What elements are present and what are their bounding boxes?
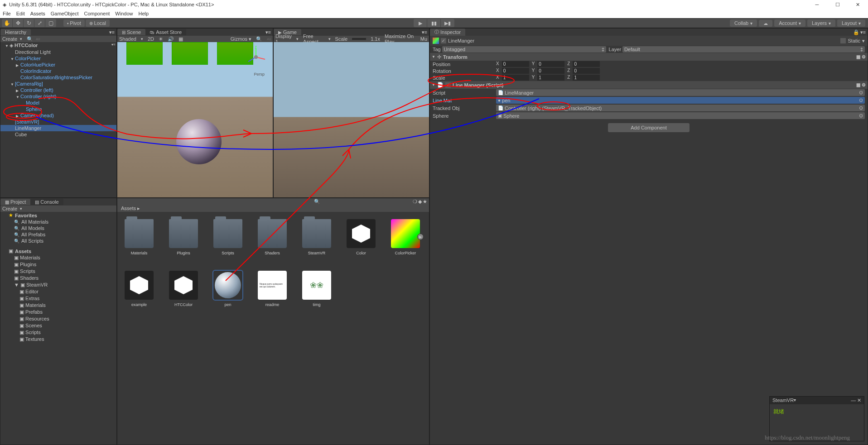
scale-slider[interactable] — [352, 38, 366, 40]
search-icon[interactable]: 🔍 — [314, 199, 320, 205]
folder-item[interactable]: ▣ Textures — [0, 336, 116, 343]
asset-item[interactable]: Shaders — [258, 219, 287, 255]
audio-icon[interactable]: 🔊 — [168, 36, 174, 42]
tab-project[interactable]: ▩ Project — [0, 199, 30, 205]
asset-item[interactable]: ❀❀timg — [302, 271, 331, 307]
game-viewport[interactable] — [274, 42, 429, 197]
asset-item[interactable]: Scripts — [213, 219, 242, 255]
scl-x[interactable] — [502, 75, 529, 81]
hierarchy-item[interactable]: ColorSaturationBrightnessPicker — [0, 74, 116, 81]
folder-item[interactable]: ▣ Materials — [0, 302, 116, 309]
pos-y[interactable] — [537, 61, 564, 67]
orientation-gizmo[interactable]: y — [245, 46, 267, 68]
shading-mode[interactable]: Shaded — [119, 36, 136, 42]
asset-item[interactable]: SteamVR — [302, 219, 331, 255]
hierarchy-item[interactable]: [SteamVR] — [0, 119, 116, 125]
transform-component[interactable]: ▼⊹ Transform ▩ ⚙ — [430, 53, 868, 61]
hierarchy-item[interactable]: Directional Light — [0, 49, 116, 55]
scene-viewport[interactable]: y Persp — [117, 42, 273, 197]
folder-item[interactable]: ▣ Extras — [0, 295, 116, 302]
rot-y[interactable] — [537, 68, 564, 74]
maximize-button[interactable]: ☐ — [827, 0, 848, 9]
menu-help[interactable]: Help — [138, 11, 149, 16]
layer-dropdown[interactable]: Default‡ — [622, 46, 865, 53]
favorites-header[interactable]: ★Favorites — [0, 212, 116, 219]
tab-scene[interactable]: ⊞ Scene — [117, 29, 145, 35]
linemat-field[interactable]: ●pen⊙ — [496, 97, 865, 104]
sphere-field[interactable]: ▣Sphere⊙ — [496, 112, 865, 119]
minimize-icon[interactable]: — — [851, 397, 856, 403]
fx-icon[interactable]: ▦ — [178, 36, 183, 42]
layers-dropdown[interactable]: Layers ▾ — [807, 19, 835, 27]
local-toggle[interactable]: ⊕ Local — [86, 19, 110, 27]
step-button[interactable]: ▶▮ — [441, 19, 454, 27]
breadcrumb[interactable]: Assets ▸ — [117, 205, 429, 212]
pos-x[interactable] — [502, 61, 529, 67]
cloud-button[interactable]: ☁ — [759, 20, 772, 27]
scene-root[interactable]: ▼◈ HTCColor▾≡ — [0, 42, 116, 49]
2d-toggle[interactable]: 2D — [148, 36, 154, 42]
menu-window[interactable]: Window — [115, 11, 133, 16]
hierarchy-item[interactable]: Model — [0, 100, 116, 106]
hierarchy-item[interactable]: ▼Controller (right) — [0, 93, 116, 100]
hierarchy-popup-icon[interactable]: ▾≡ — [109, 29, 115, 35]
script-field[interactable]: 📄LineManager⊙ — [496, 89, 865, 96]
folder-item[interactable]: ▣ Scripts — [0, 268, 116, 275]
pivot-toggle[interactable]: ▪ Pivot — [63, 19, 85, 27]
hierarchy-item[interactable]: ▶Controller (left) — [0, 87, 116, 93]
favorite-item[interactable]: 🔍All Prefabs — [0, 231, 116, 238]
lock-icon[interactable]: 🔒 — [853, 29, 859, 35]
folder-item[interactable]: ▣ Resources — [0, 316, 116, 322]
hierarchy-item[interactable]: Sphere — [0, 106, 116, 112]
move-tool[interactable]: ✥ — [13, 19, 24, 27]
active-checkbox[interactable]: ✓ — [441, 38, 446, 43]
menu-assets[interactable]: Assets — [30, 11, 45, 16]
rect-tool[interactable]: ▢ — [45, 19, 56, 27]
asset-item[interactable]: ▶ColorPicker — [391, 219, 420, 255]
asset-item[interactable]: Neque porro quisquam est qui dolorem.rea… — [258, 271, 287, 307]
pos-z[interactable] — [573, 61, 600, 67]
filter-icon[interactable]: ❍ — [413, 199, 417, 205]
light-icon[interactable]: ☀ — [159, 36, 163, 42]
linemanager-component[interactable]: ▼📄 ✓ Line Manager (Script) ▩ ⚙ — [430, 81, 868, 89]
asset-item[interactable]: HTCColor — [169, 271, 198, 307]
search-icon[interactable]: 🔍 — [27, 36, 33, 42]
folder-item[interactable]: ▣ Plugins — [0, 261, 116, 268]
favorite-item[interactable]: 🔍All Materials — [0, 219, 116, 225]
scl-z[interactable] — [573, 75, 600, 81]
folder-item[interactable]: ▣ Editor — [0, 288, 116, 295]
hierarchy-create[interactable]: Create — [2, 36, 17, 42]
play-button[interactable]: ▶ — [414, 19, 427, 27]
close-button[interactable]: ✕ — [848, 0, 868, 9]
folder-item[interactable]: ▼ ▣ SteamVR — [0, 282, 116, 288]
hand-tool[interactable]: ✋ — [2, 19, 13, 27]
folder-item[interactable]: ▣ Scripts — [0, 329, 116, 336]
hierarchy-item[interactable]: ▼ColorPicker — [0, 55, 116, 62]
menu-file[interactable]: File — [3, 11, 11, 16]
static-checkbox[interactable] — [840, 38, 846, 43]
gear-icon[interactable]: ▩ ⚙ — [856, 82, 866, 87]
tab-inspector[interactable]: ⓘ Inspector — [430, 29, 465, 36]
scale-tool[interactable]: ⤢ — [34, 19, 45, 27]
hierarchy-item[interactable]: ▶Camera (head) — [0, 112, 116, 119]
rot-z[interactable] — [573, 68, 600, 74]
favorite-item[interactable]: 🔍All Scripts — [0, 238, 116, 244]
tag-dropdown[interactable]: Untagged‡ — [442, 46, 607, 53]
collab-dropdown[interactable]: Collab ▾ — [730, 19, 757, 27]
tab-hierarchy[interactable]: Hierarchy — [0, 29, 31, 35]
project-create[interactable]: Create — [2, 206, 17, 211]
asset-item[interactable]: Color — [347, 219, 376, 255]
gameobject-name[interactable]: LineManger — [448, 38, 839, 43]
hierarchy-item[interactable]: ▶ColorHuePicker — [0, 62, 116, 68]
menu-edit[interactable]: Edit — [16, 11, 25, 16]
menu-gameobject[interactable]: GameObject — [51, 11, 79, 16]
folder-item[interactable]: ▣ Shaders — [0, 275, 116, 282]
gear-icon[interactable]: ▩ ⚙ — [856, 54, 866, 59]
folder-item[interactable]: ▣ Materials — [0, 254, 116, 261]
trackedobj-field[interactable]: 📄Controller (right) (SteamVR_TrackedObje… — [496, 105, 865, 111]
asset-item[interactable]: pen — [213, 271, 242, 307]
hierarchy-item[interactable]: ColorIndicator — [0, 68, 116, 74]
close-icon[interactable]: ✕ — [857, 397, 861, 403]
folder-item[interactable]: ▣ Scenes — [0, 322, 116, 329]
layout-dropdown[interactable]: Layout ▾ — [837, 19, 865, 27]
